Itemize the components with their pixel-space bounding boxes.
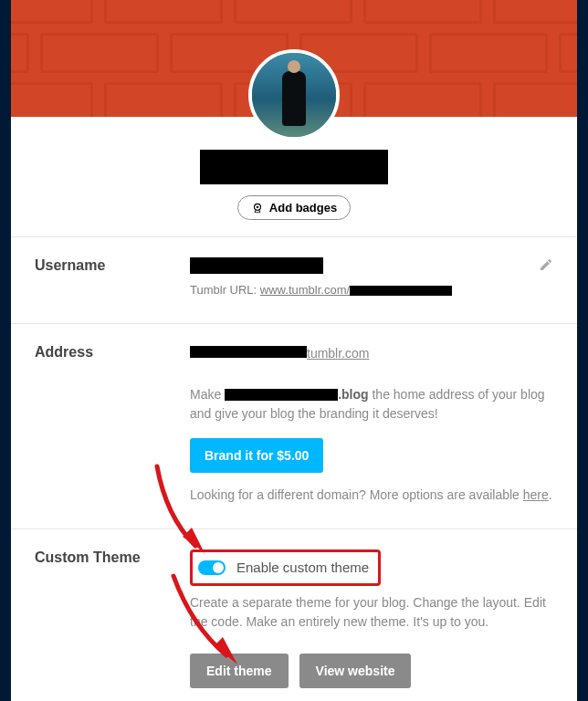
username-label: Username bbox=[35, 257, 190, 299]
avatar-image bbox=[252, 53, 336, 137]
badge-ribbon-icon bbox=[251, 202, 264, 214]
section-address: Address tumblr.com Make .blog the home a… bbox=[11, 323, 577, 528]
username-body: Tumblr URL: www.tumblr.com/ bbox=[190, 257, 539, 299]
settings-page: Add badges Username Tumblr URL: www.tumb… bbox=[11, 0, 577, 701]
enable-theme-highlight: Enable custom theme bbox=[190, 549, 381, 587]
blog-name-redacted bbox=[200, 150, 388, 184]
view-website-button[interactable]: View website bbox=[299, 654, 412, 688]
avatar[interactable] bbox=[248, 49, 340, 141]
section-custom-theme: Custom Theme Enable custom theme Create … bbox=[11, 528, 577, 702]
section-username: Username Tumblr URL: www.tumblr.com/ bbox=[11, 236, 577, 323]
more-domains-link[interactable]: here bbox=[523, 487, 549, 502]
address-pitch: Make .blog the home address of your blog… bbox=[190, 385, 553, 424]
add-badges-button[interactable]: Add badges bbox=[237, 195, 351, 220]
edit-theme-button[interactable]: Edit theme bbox=[190, 654, 289, 688]
edit-username-button[interactable] bbox=[539, 257, 553, 299]
custom-theme-body: Enable custom theme Create a separate th… bbox=[190, 549, 553, 689]
address-body: tumblr.com Make .blog the home address o… bbox=[190, 344, 553, 505]
custom-theme-label: Custom Theme bbox=[35, 549, 190, 689]
pencil-icon bbox=[539, 257, 553, 272]
tumblr-url-link[interactable]: www.tumblr.com/ bbox=[260, 283, 452, 297]
tumblr-url-prefix: Tumblr URL: bbox=[190, 283, 257, 297]
enable-theme-toggle[interactable] bbox=[198, 560, 226, 575]
enable-theme-label: Enable custom theme bbox=[236, 558, 369, 579]
username-value-redacted bbox=[190, 257, 323, 274]
add-badges-label: Add badges bbox=[269, 201, 337, 214]
tumblr-url-row: Tumblr URL: www.tumblr.com/ bbox=[190, 281, 539, 299]
more-domains-text: Looking for a different domain? More opt… bbox=[190, 486, 553, 505]
theme-buttons-row: Edit theme View website bbox=[190, 654, 553, 688]
address-domain-link[interactable]: tumblr.com bbox=[190, 346, 369, 361]
address-label: Address bbox=[35, 344, 190, 505]
custom-theme-description: Create a separate theme for your blog. C… bbox=[190, 593, 553, 632]
brand-it-button[interactable]: Brand it for $5.00 bbox=[190, 438, 323, 473]
